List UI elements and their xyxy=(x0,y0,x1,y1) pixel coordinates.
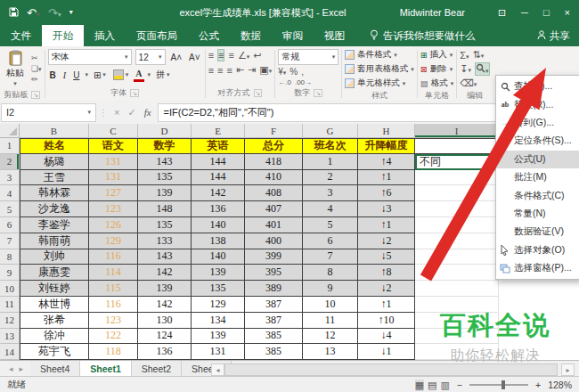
sheet-tab-Sheet2[interactable]: Sheet2 xyxy=(132,361,182,377)
cell-B3[interactable]: 王雪 xyxy=(20,170,89,186)
cell-G13[interactable]: 12 xyxy=(303,329,358,345)
cell-H5[interactable]: ↓3 xyxy=(358,201,415,217)
font-color-icon[interactable]: A xyxy=(134,69,143,82)
cell-F3[interactable]: 410 xyxy=(245,170,303,186)
cell-H1[interactable]: 升降幅度 xyxy=(358,138,415,154)
page-layout-view-icon[interactable]: ▤ xyxy=(428,380,436,391)
cell-H9[interactable]: ↑8 xyxy=(358,265,415,281)
italic-button[interactable]: I xyxy=(61,69,68,81)
cell-H10[interactable]: ↓2 xyxy=(358,281,415,297)
menu-item-替换[interactable]: ab替换(R)... xyxy=(496,95,579,113)
insert-cells-button[interactable]: ⊞插入▾ xyxy=(420,49,454,61)
select-all-corner[interactable] xyxy=(0,124,20,138)
cut-icon[interactable]: ✂ xyxy=(31,53,42,62)
column-header-C[interactable]: C xyxy=(89,124,138,138)
cell-D3[interactable]: 135 xyxy=(138,170,192,186)
cell-F2[interactable]: 418 xyxy=(245,154,303,170)
cell-I10[interactable] xyxy=(415,281,499,297)
cell-B10[interactable]: 刘钰婷 xyxy=(20,281,89,297)
cell-G6[interactable]: 5 xyxy=(303,217,358,233)
menu-item-定位条件[interactable]: 定位条件(S)... xyxy=(496,132,579,150)
cell-C9[interactable]: 114 xyxy=(89,265,138,281)
copy-icon[interactable]: ❏▾ xyxy=(31,64,42,73)
cell-C12[interactable]: 123 xyxy=(89,313,138,329)
cell-D4[interactable]: 139 xyxy=(138,185,192,201)
undo-icon[interactable]: ↶▾ xyxy=(27,7,40,19)
cell-B5[interactable]: 沙龙逸 xyxy=(20,201,89,217)
insert-function-icon[interactable]: fx xyxy=(144,107,151,118)
merge-center-icon[interactable]: ▣▾ xyxy=(259,64,272,76)
cell-D1[interactable]: 数学 xyxy=(138,138,192,154)
column-header-E[interactable]: E xyxy=(192,124,245,138)
tell-me-box[interactable]: 告诉我你想要做什么 xyxy=(370,25,476,46)
cell-B1[interactable]: 姓名 xyxy=(20,138,89,154)
bold-button[interactable]: B xyxy=(48,69,58,81)
row-header-6[interactable]: 6 xyxy=(0,217,20,233)
format-cells-button[interactable]: ▤格式▾ xyxy=(420,78,454,89)
cell-D11[interactable]: 142 xyxy=(138,297,192,313)
menu-item-选择窗格[interactable]: 选择窗格(P)... xyxy=(496,259,579,277)
redo-icon[interactable]: ↷▾ xyxy=(48,7,61,19)
row-header-10[interactable]: 10 xyxy=(0,281,20,297)
save-icon[interactable] xyxy=(9,7,19,19)
tab-文件[interactable]: 文件 xyxy=(0,25,42,46)
cell-F1[interactable]: 总分 xyxy=(245,138,303,154)
cell-H3[interactable]: ↑1 xyxy=(358,170,415,186)
sheet-next-icon[interactable]: ▸ xyxy=(20,364,24,373)
cell-E6[interactable]: 140 xyxy=(192,217,245,233)
cell-G9[interactable]: 8 xyxy=(303,265,358,281)
close-button[interactable]: × xyxy=(565,7,570,18)
cell-C10[interactable]: 115 xyxy=(89,281,138,297)
page-break-view-icon[interactable]: ▥ xyxy=(440,380,449,391)
tab-插入[interactable]: 插入 xyxy=(84,25,126,46)
cell-F4[interactable]: 408 xyxy=(245,185,303,201)
cell-B6[interactable]: 李鉴学 xyxy=(20,217,89,233)
orientation-icon[interactable]: ∠▾ xyxy=(238,50,249,61)
cell-C6[interactable]: 126 xyxy=(89,217,138,233)
decrease-decimal-icon[interactable]: .00→ xyxy=(295,78,312,86)
minimize-button[interactable]: ─ xyxy=(521,7,528,18)
cell-E8[interactable]: 140 xyxy=(192,249,245,265)
cancel-icon[interactable]: × xyxy=(114,107,119,118)
cell-C1[interactable]: 语文 xyxy=(89,138,138,154)
cell-C2[interactable]: 131 xyxy=(89,154,138,170)
zoom-in-icon[interactable]: + xyxy=(535,380,541,390)
cell-C5[interactable]: 123 xyxy=(89,201,138,217)
row-header-13[interactable]: 13 xyxy=(0,329,20,345)
cell-H6[interactable]: ↑1 xyxy=(358,217,415,233)
paste-button[interactable]: 粘贴▾ xyxy=(3,49,28,88)
cell-I5[interactable] xyxy=(415,201,499,217)
tab-公式[interactable]: 公式 xyxy=(188,25,230,46)
sheet-tab-Sheet1[interactable]: Sheet1 xyxy=(80,361,131,377)
cell-F12[interactable]: 387 xyxy=(245,313,303,329)
cell-C13[interactable]: 122 xyxy=(89,329,138,345)
cell-B8[interactable]: 刘帅 xyxy=(20,249,89,265)
format-as-table-button[interactable]: 套用表格格式▾ xyxy=(345,63,414,75)
cell-E14[interactable]: 131 xyxy=(192,344,245,360)
cell-D14[interactable]: 136 xyxy=(138,344,192,360)
cell-H2[interactable]: ↑4 xyxy=(358,154,415,170)
menu-item-条件格式[interactable]: 条件格式(C) xyxy=(496,186,579,204)
align-bottom-icon[interactable]: ≡ xyxy=(228,50,233,61)
sort-filter-icon[interactable]: ⇅▾ xyxy=(473,49,485,61)
account-user[interactable]: Midwinter Bear xyxy=(400,7,465,18)
fill-icon[interactable]: ↧▾ xyxy=(460,63,471,75)
cell-H8[interactable]: ↓5 xyxy=(358,249,415,265)
cell-E9[interactable]: 139 xyxy=(192,265,245,281)
menu-item-数据验证[interactable]: 数据验证(V) xyxy=(496,223,579,241)
cell-E11[interactable]: 129 xyxy=(192,297,245,313)
comma-style-icon[interactable]: , xyxy=(301,67,304,77)
zoom-out-icon[interactable]: − xyxy=(457,380,462,390)
name-box[interactable]: I2▾ xyxy=(1,103,96,122)
row-header-14[interactable]: 14 xyxy=(0,344,20,360)
conditional-formatting-button[interactable]: 条件格式▾ xyxy=(345,49,414,61)
zoom-slider[interactable] xyxy=(469,384,528,386)
column-header-F[interactable]: F xyxy=(245,124,303,138)
menu-item-常量[interactable]: 常量(N) xyxy=(496,205,579,223)
cell-G8[interactable]: 7 xyxy=(303,249,358,265)
borders-icon[interactable]: ⊞▾ xyxy=(92,69,108,81)
cell-D12[interactable]: 130 xyxy=(138,313,192,329)
row-header-9[interactable]: 9 xyxy=(0,265,20,281)
tab-页面布局[interactable]: 页面布局 xyxy=(126,25,188,46)
cell-H11[interactable]: ↑1 xyxy=(358,297,415,313)
